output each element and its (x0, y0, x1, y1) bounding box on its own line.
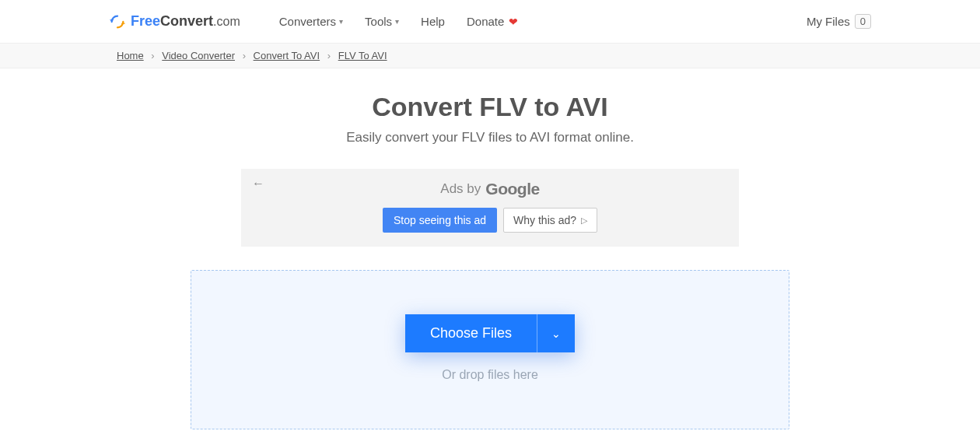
breadcrumb: Home › Video Converter › Convert To AVI … (101, 50, 879, 61)
nav-converters[interactable]: Converters ▾ (279, 15, 343, 28)
breadcrumb-flv-to-avi[interactable]: FLV To AVI (338, 50, 387, 61)
site-header: FreeConvert.com Converters ▾ Tools ▾ Hel… (0, 0, 980, 44)
logo-text-free: Free (131, 13, 160, 30)
svg-marker-1 (121, 22, 126, 24)
breadcrumb-separator: › (327, 50, 331, 61)
google-logo-text: Google (485, 180, 539, 198)
nav-tools-label: Tools (365, 15, 392, 28)
breadcrumb-separator: › (151, 50, 154, 61)
chevron-down-icon: ⌄ (551, 328, 561, 340)
main-content: Convert FLV to AVI Easily convert your F… (101, 68, 879, 438)
logo-text-dotcom: .com (213, 15, 240, 29)
choose-files-group: Choose Files ⌄ (405, 314, 575, 352)
why-this-ad-button[interactable]: Why this ad? ▷ (503, 208, 597, 233)
logo-text-convert: Convert (160, 13, 213, 30)
my-files-link[interactable]: My Files 0 (807, 14, 871, 29)
breadcrumb-convert-to-avi[interactable]: Convert To AVI (254, 50, 320, 61)
nav-converters-label: Converters (279, 15, 336, 28)
arrow-left-icon[interactable]: ← (252, 177, 264, 191)
file-dropzone[interactable]: Choose Files ⌄ Or drop files here (191, 270, 789, 429)
heart-icon: ❤ (509, 16, 518, 28)
logo[interactable]: FreeConvert.com (109, 13, 240, 30)
ads-by-label: Ads by Google (255, 180, 725, 198)
my-files-count: 0 (855, 14, 871, 29)
page-title: Convert FLV to AVI (117, 92, 863, 122)
nav-donate-label: Donate (467, 15, 504, 28)
breadcrumb-separator: › (243, 50, 246, 61)
play-icon: ▷ (581, 215, 587, 226)
svg-marker-0 (110, 19, 114, 22)
breadcrumb-home[interactable]: Home (117, 50, 144, 61)
drop-files-text: Or drop files here (207, 368, 773, 382)
choose-files-dropdown[interactable]: ⌄ (537, 314, 575, 352)
nav-tools[interactable]: Tools ▾ (365, 15, 399, 28)
nav-donate[interactable]: Donate ❤ (467, 15, 518, 28)
main-nav: Converters ▾ Tools ▾ Help Donate ❤ (279, 15, 519, 28)
ads-by-text: Ads by (440, 181, 481, 197)
why-this-ad-label: Why this ad? (513, 214, 576, 226)
stop-seeing-ad-button[interactable]: Stop seeing this ad (383, 208, 497, 233)
choose-files-button[interactable]: Choose Files (405, 314, 537, 352)
breadcrumb-bar: Home › Video Converter › Convert To AVI … (0, 44, 980, 68)
ad-container: ← Ads by Google Stop seeing this ad Why … (241, 169, 739, 247)
chevron-down-icon: ▾ (339, 17, 343, 26)
nav-help[interactable]: Help (421, 15, 445, 28)
chevron-down-icon: ▾ (395, 17, 399, 26)
page-subtitle: Easily convert your FLV files to AVI for… (117, 130, 863, 145)
breadcrumb-video-converter[interactable]: Video Converter (162, 50, 235, 61)
my-files-label: My Files (807, 15, 850, 28)
refresh-icon (109, 13, 126, 30)
nav-help-label: Help (421, 15, 445, 28)
